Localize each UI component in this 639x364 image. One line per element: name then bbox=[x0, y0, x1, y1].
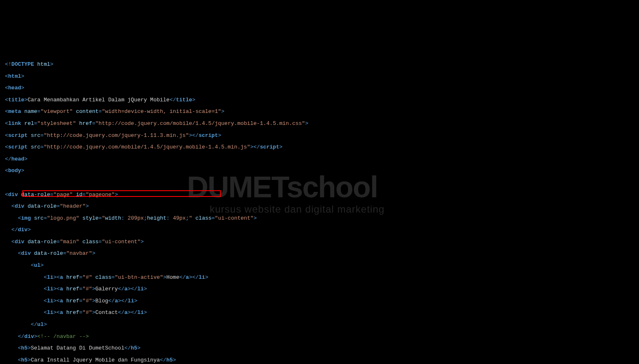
code-line[interactable]: <title>Cara Menambahkan Artikel Dalam jQ… bbox=[5, 97, 634, 103]
code-line[interactable]: <body> bbox=[5, 168, 634, 174]
code-line[interactable]: <div data-role="main" class="ui-content"… bbox=[5, 239, 634, 245]
code-line[interactable]: <li><a href="#" class="ui-btn-active">Ho… bbox=[5, 275, 634, 280]
code-line[interactable]: </div> bbox=[5, 227, 634, 233]
code-line[interactable]: <head> bbox=[5, 85, 634, 91]
code-line[interactable]: </ul> bbox=[5, 322, 634, 328]
code-line[interactable] bbox=[5, 180, 634, 186]
code-line[interactable]: </head> bbox=[5, 156, 634, 162]
code-line[interactable]: <html> bbox=[5, 74, 634, 79]
code-line[interactable]: <ul> bbox=[5, 263, 634, 268]
code-line[interactable]: <meta name="viewport" content="width=dev… bbox=[5, 109, 634, 115]
code-line[interactable]: <img src="logo.png" style="width: 209px;… bbox=[5, 216, 634, 221]
code-line[interactable]: <div data-role="page" id="pageone"> bbox=[5, 192, 634, 198]
code-line[interactable]: <!DOCTYPE html> bbox=[5, 62, 634, 67]
code-line[interactable]: <li><a href="#">Contact</a></li> bbox=[5, 310, 634, 316]
code-line[interactable]: <li><a href="#">Blog</a></li> bbox=[5, 298, 634, 304]
code-line[interactable]: <script src="http://code.jquery.com/mobi… bbox=[5, 144, 634, 150]
code-line[interactable]: <div data-role="navbar"> bbox=[5, 251, 634, 256]
code-line[interactable]: <h5>Selamat Datang Di DumetSchool</h5> bbox=[5, 345, 634, 351]
code-line[interactable]: <script src="http://code.jquery.com/jque… bbox=[5, 133, 634, 139]
code-line[interactable]: <link rel="stylesheet" href="http://code… bbox=[5, 121, 634, 127]
code-line[interactable]: <div data-role="header"> bbox=[5, 204, 634, 209]
watermark-brand: DUMETschool bbox=[187, 171, 378, 204]
code-line[interactable]: </div><!-- /navbar --> bbox=[5, 334, 634, 340]
code-line[interactable]: <li><a href="#">Galerry</a></li> bbox=[5, 286, 634, 292]
code-line[interactable]: <h5>Cara Install Jquery Mobile dan Fungs… bbox=[5, 357, 634, 363]
code-editor-viewport: DUMETschool kursus website dan digital m… bbox=[5, 26, 634, 364]
